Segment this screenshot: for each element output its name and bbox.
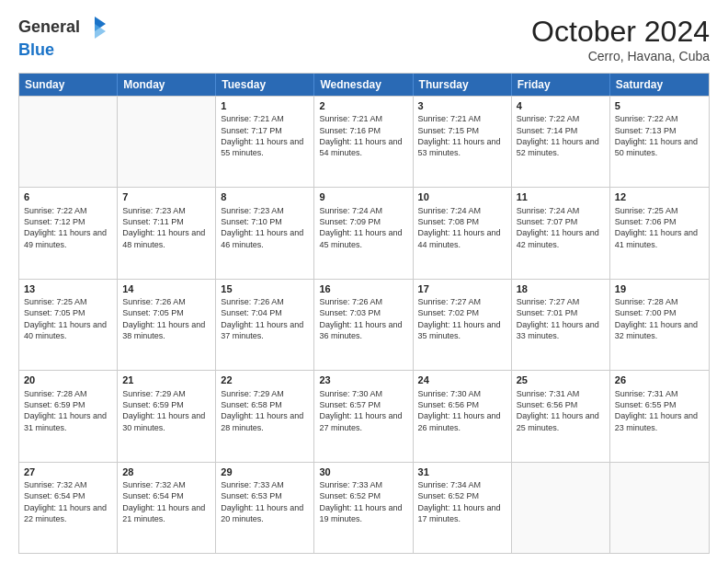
day-number: 16	[319, 282, 407, 295]
location: Cerro, Havana, Cuba	[531, 49, 710, 63]
cell-info: Sunrise: 7:22 AMSunset: 7:13 PMDaylight:…	[615, 114, 698, 157]
cell-info: Sunrise: 7:28 AMSunset: 7:00 PMDaylight:…	[615, 297, 698, 340]
cell-info: Sunrise: 7:26 AMSunset: 7:03 PMDaylight:…	[319, 297, 402, 340]
day-number: 23	[319, 373, 407, 386]
calendar-cell	[610, 463, 709, 553]
day-number: 1	[221, 99, 309, 112]
calendar-cell	[118, 97, 216, 187]
cell-info: Sunrise: 7:32 AMSunset: 6:54 PMDaylight:…	[122, 480, 205, 523]
day-number: 14	[122, 282, 210, 295]
cell-info: Sunrise: 7:30 AMSunset: 6:56 PMDaylight:…	[418, 389, 501, 432]
logo-icon	[82, 15, 108, 40]
day-number: 27	[24, 465, 112, 478]
cell-info: Sunrise: 7:25 AMSunset: 7:06 PMDaylight:…	[615, 206, 698, 249]
calendar-cell: 13Sunrise: 7:25 AMSunset: 7:05 PMDayligh…	[19, 280, 118, 370]
calendar-cell: 5Sunrise: 7:22 AMSunset: 7:13 PMDaylight…	[610, 97, 709, 187]
day-number: 10	[418, 190, 506, 203]
header-friday: Friday	[512, 74, 610, 96]
calendar: Sunday Monday Tuesday Wednesday Thursday…	[18, 73, 710, 554]
logo: General Blue	[18, 15, 108, 60]
day-number: 31	[418, 465, 506, 478]
page: General Blue October 2024 Cerro, Havana,…	[0, 0, 728, 563]
calendar-row-3: 13Sunrise: 7:25 AMSunset: 7:05 PMDayligh…	[19, 279, 709, 370]
cell-info: Sunrise: 7:26 AMSunset: 7:05 PMDaylight:…	[122, 297, 205, 340]
day-number: 29	[221, 465, 309, 478]
calendar-cell: 14Sunrise: 7:26 AMSunset: 7:05 PMDayligh…	[118, 280, 216, 370]
day-number: 26	[615, 373, 704, 386]
calendar-cell: 25Sunrise: 7:31 AMSunset: 6:56 PMDayligh…	[512, 371, 610, 461]
calendar-cell: 30Sunrise: 7:33 AMSunset: 6:52 PMDayligh…	[314, 463, 413, 553]
cell-info: Sunrise: 7:33 AMSunset: 6:53 PMDaylight:…	[221, 480, 303, 523]
calendar-cell: 10Sunrise: 7:24 AMSunset: 7:08 PMDayligh…	[414, 188, 512, 278]
calendar-cell: 31Sunrise: 7:34 AMSunset: 6:52 PMDayligh…	[414, 463, 512, 553]
calendar-header: Sunday Monday Tuesday Wednesday Thursday…	[19, 74, 709, 96]
day-number: 5	[615, 99, 704, 112]
calendar-cell	[512, 463, 610, 553]
header-tuesday: Tuesday	[216, 74, 314, 96]
cell-info: Sunrise: 7:23 AMSunset: 7:11 PMDaylight:…	[122, 206, 205, 249]
day-number: 22	[221, 373, 309, 386]
day-number: 24	[418, 373, 506, 386]
cell-info: Sunrise: 7:28 AMSunset: 6:59 PMDaylight:…	[24, 389, 107, 432]
calendar-cell: 17Sunrise: 7:27 AMSunset: 7:02 PMDayligh…	[414, 280, 512, 370]
calendar-row-5: 27Sunrise: 7:32 AMSunset: 6:54 PMDayligh…	[19, 462, 709, 553]
calendar-cell: 15Sunrise: 7:26 AMSunset: 7:04 PMDayligh…	[216, 280, 314, 370]
calendar-row-1: 1Sunrise: 7:21 AMSunset: 7:17 PMDaylight…	[19, 96, 709, 187]
day-number: 4	[517, 99, 605, 112]
calendar-cell: 20Sunrise: 7:28 AMSunset: 6:59 PMDayligh…	[19, 371, 118, 461]
calendar-cell: 6Sunrise: 7:22 AMSunset: 7:12 PMDaylight…	[19, 188, 118, 278]
day-number: 19	[615, 282, 704, 295]
calendar-cell: 4Sunrise: 7:22 AMSunset: 7:14 PMDaylight…	[512, 97, 610, 187]
calendar-row-4: 20Sunrise: 7:28 AMSunset: 6:59 PMDayligh…	[19, 370, 709, 461]
cell-info: Sunrise: 7:31 AMSunset: 6:55 PMDaylight:…	[615, 389, 698, 432]
day-number: 30	[319, 465, 407, 478]
calendar-cell: 12Sunrise: 7:25 AMSunset: 7:06 PMDayligh…	[610, 188, 709, 278]
calendar-cell: 3Sunrise: 7:21 AMSunset: 7:15 PMDaylight…	[414, 97, 512, 187]
day-number: 21	[122, 373, 210, 386]
calendar-cell: 23Sunrise: 7:30 AMSunset: 6:57 PMDayligh…	[314, 371, 413, 461]
cell-info: Sunrise: 7:29 AMSunset: 6:58 PMDaylight:…	[221, 389, 303, 432]
calendar-cell: 24Sunrise: 7:30 AMSunset: 6:56 PMDayligh…	[414, 371, 512, 461]
header-saturday: Saturday	[610, 74, 709, 96]
cell-info: Sunrise: 7:22 AMSunset: 7:14 PMDaylight:…	[517, 114, 599, 157]
header: General Blue October 2024 Cerro, Havana,…	[18, 15, 710, 63]
calendar-cell: 2Sunrise: 7:21 AMSunset: 7:16 PMDaylight…	[314, 97, 413, 187]
calendar-cell: 28Sunrise: 7:32 AMSunset: 6:54 PMDayligh…	[118, 463, 216, 553]
cell-info: Sunrise: 7:21 AMSunset: 7:17 PMDaylight:…	[221, 114, 303, 157]
cell-info: Sunrise: 7:26 AMSunset: 7:04 PMDaylight:…	[221, 297, 303, 340]
cell-info: Sunrise: 7:24 AMSunset: 7:07 PMDaylight:…	[517, 206, 599, 249]
cell-info: Sunrise: 7:32 AMSunset: 6:54 PMDaylight:…	[24, 480, 107, 523]
cell-info: Sunrise: 7:29 AMSunset: 6:59 PMDaylight:…	[122, 389, 205, 432]
cell-info: Sunrise: 7:25 AMSunset: 7:05 PMDaylight:…	[24, 297, 107, 340]
cell-info: Sunrise: 7:30 AMSunset: 6:57 PMDaylight:…	[319, 389, 402, 432]
calendar-cell: 7Sunrise: 7:23 AMSunset: 7:11 PMDaylight…	[118, 188, 216, 278]
calendar-cell: 21Sunrise: 7:29 AMSunset: 6:59 PMDayligh…	[118, 371, 216, 461]
cell-info: Sunrise: 7:27 AMSunset: 7:01 PMDaylight:…	[517, 297, 599, 340]
header-monday: Monday	[118, 74, 216, 96]
cell-info: Sunrise: 7:23 AMSunset: 7:10 PMDaylight:…	[221, 206, 303, 249]
cell-info: Sunrise: 7:34 AMSunset: 6:52 PMDaylight:…	[418, 480, 501, 523]
day-number: 2	[319, 99, 407, 112]
cell-info: Sunrise: 7:33 AMSunset: 6:52 PMDaylight:…	[319, 480, 402, 523]
header-sunday: Sunday	[19, 74, 118, 96]
calendar-cell: 1Sunrise: 7:21 AMSunset: 7:17 PMDaylight…	[216, 97, 314, 187]
calendar-cell: 9Sunrise: 7:24 AMSunset: 7:09 PMDaylight…	[314, 188, 413, 278]
cell-info: Sunrise: 7:27 AMSunset: 7:02 PMDaylight:…	[418, 297, 501, 340]
day-number: 28	[122, 465, 210, 478]
day-number: 3	[418, 99, 506, 112]
calendar-cell: 19Sunrise: 7:28 AMSunset: 7:00 PMDayligh…	[610, 280, 709, 370]
calendar-cell: 22Sunrise: 7:29 AMSunset: 6:58 PMDayligh…	[216, 371, 314, 461]
title-block: October 2024 Cerro, Havana, Cuba	[531, 15, 710, 63]
cell-info: Sunrise: 7:31 AMSunset: 6:56 PMDaylight:…	[517, 389, 599, 432]
calendar-cell: 29Sunrise: 7:33 AMSunset: 6:53 PMDayligh…	[216, 463, 314, 553]
day-number: 12	[615, 190, 704, 203]
day-number: 7	[122, 190, 210, 203]
calendar-cell: 27Sunrise: 7:32 AMSunset: 6:54 PMDayligh…	[19, 463, 118, 553]
logo-blue: Blue	[18, 40, 54, 60]
cell-info: Sunrise: 7:21 AMSunset: 7:15 PMDaylight:…	[418, 114, 501, 157]
day-number: 6	[24, 190, 112, 203]
day-number: 11	[517, 190, 605, 203]
header-thursday: Thursday	[414, 74, 512, 96]
cell-info: Sunrise: 7:24 AMSunset: 7:09 PMDaylight:…	[319, 206, 402, 249]
calendar-body: 1Sunrise: 7:21 AMSunset: 7:17 PMDaylight…	[19, 96, 709, 553]
